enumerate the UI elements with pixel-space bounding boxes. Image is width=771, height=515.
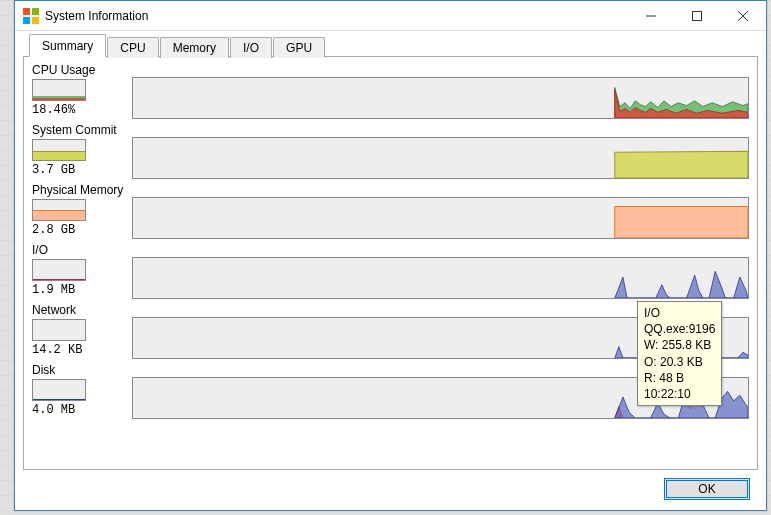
label-system-commit: System Commit bbox=[32, 123, 132, 137]
graph-system-commit[interactable] bbox=[132, 137, 749, 179]
svg-rect-3 bbox=[32, 17, 39, 24]
graph-cpu-usage[interactable] bbox=[132, 77, 749, 119]
tooltip-r: R: 48 B bbox=[644, 370, 715, 386]
thumb-network[interactable] bbox=[32, 319, 86, 341]
svg-rect-0 bbox=[23, 8, 30, 15]
svg-rect-4 bbox=[693, 11, 702, 20]
tab-gpu[interactable]: GPU bbox=[273, 37, 325, 58]
thumb-physical-memory[interactable] bbox=[32, 199, 86, 221]
tooltip-w: W: 255.8 KB bbox=[644, 337, 715, 353]
row-cpu-usage: CPU Usage 18.46% bbox=[32, 63, 749, 119]
row-system-commit: System Commit 3.7 GB bbox=[32, 123, 749, 179]
label-io: I/O bbox=[32, 243, 132, 257]
svg-rect-2 bbox=[23, 17, 30, 24]
tooltip-title: I/O bbox=[644, 305, 715, 321]
svg-rect-1 bbox=[32, 8, 39, 15]
button-bar: OK bbox=[664, 478, 750, 500]
value-network: 14.2 KB bbox=[32, 343, 132, 357]
window-buttons bbox=[628, 1, 766, 30]
value-physical-memory: 2.8 GB bbox=[32, 223, 132, 237]
tooltip-io: I/O QQ.exe:9196 W: 255.8 KB O: 20.3 KB R… bbox=[637, 301, 722, 406]
label-physical-memory: Physical Memory bbox=[32, 183, 132, 197]
tab-cpu[interactable]: CPU bbox=[107, 37, 158, 58]
label-cpu-usage: CPU Usage bbox=[32, 63, 132, 77]
tooltip-time: 10:22:10 bbox=[644, 386, 715, 402]
graph-io[interactable] bbox=[132, 257, 749, 299]
thumb-io[interactable] bbox=[32, 259, 86, 281]
tab-panel-summary: CPU Usage 18.46% System Co bbox=[23, 56, 758, 470]
value-system-commit: 3.7 GB bbox=[32, 163, 132, 177]
tooltip-o: O: 20.3 KB bbox=[644, 354, 715, 370]
tab-strip: Summary CPU Memory I/O GPU bbox=[29, 35, 758, 57]
value-disk: 4.0 MB bbox=[32, 403, 132, 417]
value-cpu-usage: 18.46% bbox=[32, 103, 132, 117]
graph-physical-memory[interactable] bbox=[132, 197, 749, 239]
value-io: 1.9 MB bbox=[32, 283, 132, 297]
app-icon bbox=[23, 8, 39, 24]
thumb-system-commit[interactable] bbox=[32, 139, 86, 161]
label-disk: Disk bbox=[32, 363, 132, 377]
thumb-cpu-usage[interactable] bbox=[32, 79, 86, 101]
label-network: Network bbox=[32, 303, 132, 317]
window-title: System Information bbox=[45, 9, 628, 23]
titlebar[interactable]: System Information bbox=[15, 1, 766, 31]
ok-button[interactable]: OK bbox=[664, 478, 750, 500]
tooltip-process: QQ.exe:9196 bbox=[644, 321, 715, 337]
tab-memory[interactable]: Memory bbox=[160, 37, 229, 58]
tab-io[interactable]: I/O bbox=[230, 37, 272, 58]
tab-summary[interactable]: Summary bbox=[29, 34, 106, 57]
thumb-disk[interactable] bbox=[32, 379, 86, 401]
close-button[interactable] bbox=[720, 1, 766, 30]
maximize-button[interactable] bbox=[674, 1, 720, 30]
row-physical-memory: Physical Memory 2.8 GB bbox=[32, 183, 749, 239]
minimize-button[interactable] bbox=[628, 1, 674, 30]
system-information-window: System Information Summary CPU Memory I/… bbox=[14, 0, 767, 511]
row-io: I/O 1.9 MB bbox=[32, 243, 749, 299]
